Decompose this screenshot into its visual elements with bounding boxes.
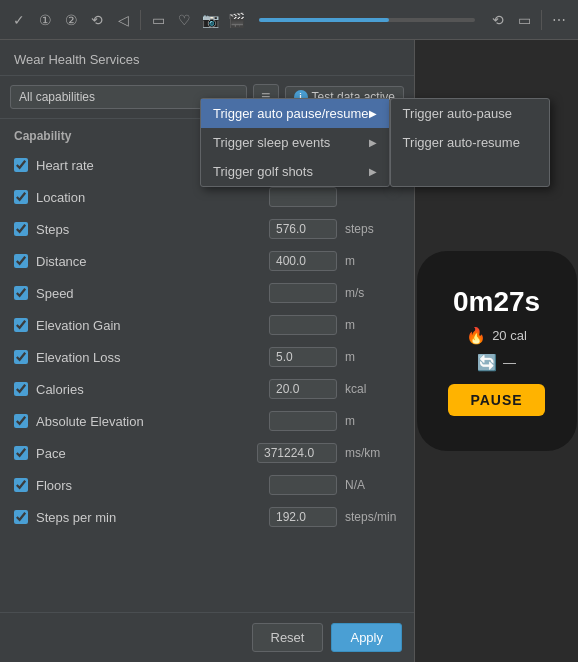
toolbar-icon-more[interactable]: ⋯ [548,9,570,31]
chevron-right-icon: ▶ [369,137,377,148]
pace-checkbox[interactable] [14,446,28,460]
dropdown-item-label: Trigger sleep events [213,135,330,150]
toolbar-icon-10[interactable]: ⟲ [487,9,509,31]
watch-face: 0m27s 🔥 20 cal 🔄 — PAUSE [417,251,577,451]
dropdown-item-trigger-sleep-events[interactable]: Trigger sleep events ▶ [201,128,389,157]
table-row: Calories kcal [0,373,414,405]
speed-unit: m/s [345,286,400,300]
dropdown-overlay: Trigger auto pause/resume ▶ Trigger slee… [200,98,550,187]
toolbar-icon-3[interactable]: ② [60,9,82,31]
toolbar-icon-9[interactable]: 🎬 [225,9,247,31]
elevation-gain-label: Elevation Gain [36,318,261,333]
location-input[interactable] [269,187,337,207]
table-row: Steps steps [0,213,414,245]
table-row: Distance m [0,245,414,277]
table-row: Speed m/s [0,277,414,309]
pace-label: Pace [36,446,249,461]
toolbar-icon-7[interactable]: ♡ [173,9,195,31]
distance-unit: m [345,254,400,268]
distance-input[interactable] [269,251,337,271]
table-row: Absolute Elevation m [0,405,414,437]
dropdown-submenu: Trigger auto-pause Trigger auto-resume [390,98,550,187]
toolbar-icon-8[interactable]: 📷 [199,9,221,31]
steps-unit: steps [345,222,400,236]
heart-rate-checkbox[interactable] [14,158,28,172]
toolbar-separator-2 [541,10,542,30]
steps-input[interactable] [269,219,337,239]
elevation-loss-checkbox[interactable] [14,350,28,364]
toolbar-icon-2[interactable]: ① [34,9,56,31]
panel-title: Wear Health Services [0,40,414,76]
abs-elevation-checkbox[interactable] [14,414,28,428]
submenu-item-trigger-auto-pause[interactable]: Trigger auto-pause [391,99,549,128]
submenu-item-trigger-auto-resume[interactable]: Trigger auto-resume [391,128,549,157]
toolbar-icon-4[interactable]: ⟲ [86,9,108,31]
elevation-loss-input[interactable] [269,347,337,367]
floors-unit: N/A [345,478,400,492]
pace-unit: ms/km [345,446,400,460]
loop-icon: 🔄 [477,353,497,372]
reset-button[interactable]: Reset [252,623,324,652]
bottom-buttons: Reset Apply [0,612,414,662]
steps-per-min-label: Steps per min [36,510,261,525]
dropdown-item-label: Trigger golf shots [213,164,313,179]
watch-pause-button[interactable]: PAUSE [448,384,544,416]
dropdown-item-label: Trigger auto pause/resume [213,106,369,121]
watch-calories: 🔥 20 cal [466,326,527,345]
elevation-gain-unit: m [345,318,400,332]
floors-checkbox[interactable] [14,478,28,492]
table-row: Pace ms/km [0,437,414,469]
table-row: Steps per min steps/min [0,501,414,533]
dropdown-menu: Trigger auto pause/resume ▶ Trigger slee… [200,98,390,187]
chevron-right-icon: ▶ [369,108,377,119]
abs-elevation-unit: m [345,414,400,428]
abs-elevation-label: Absolute Elevation [36,414,261,429]
flame-icon: 🔥 [466,326,486,345]
calories-checkbox[interactable] [14,382,28,396]
toolbar-separator-1 [140,10,141,30]
steps-checkbox[interactable] [14,222,28,236]
toolbar-progress-bar [259,18,475,22]
dropdown-item-trigger-golf-shots[interactable]: Trigger golf shots ▶ [201,157,389,186]
watch-time: 0m27s [453,286,540,318]
calories-unit: kcal [345,382,400,396]
steps-per-min-checkbox[interactable] [14,510,28,524]
calories-label: Calories [36,382,261,397]
speed-checkbox[interactable] [14,286,28,300]
toolbar-icon-1[interactable]: ✓ [8,9,30,31]
table-row: Floors N/A [0,469,414,501]
steps-label: Steps [36,222,261,237]
speed-label: Speed [36,286,261,301]
toolbar-icon-11[interactable]: ▭ [513,9,535,31]
toolbar-icon-5[interactable]: ◁ [112,9,134,31]
distance-checkbox[interactable] [14,254,28,268]
pace-input[interactable] [257,443,337,463]
table-row: Elevation Loss m [0,341,414,373]
toolbar: ✓ ① ② ⟲ ◁ ▭ ♡ 📷 🎬 ⟲ ▭ ⋯ [0,0,578,40]
calories-input[interactable] [269,379,337,399]
steps-per-min-unit: steps/min [345,510,400,524]
floors-input[interactable] [269,475,337,495]
elevation-loss-label: Elevation Loss [36,350,261,365]
distance-label: Distance [36,254,261,269]
table-row: Elevation Gain m [0,309,414,341]
watch-loop: 🔄 — [477,353,516,372]
steps-per-min-input[interactable] [269,507,337,527]
chevron-right-icon: ▶ [369,166,377,177]
elevation-loss-unit: m [345,350,400,364]
dropdown-item-trigger-auto-pause-resume[interactable]: Trigger auto pause/resume ▶ [201,99,389,128]
elevation-gain-input[interactable] [269,315,337,335]
location-label: Location [36,190,261,205]
capability-list: Capability Heart rate bpm Location Steps [0,119,414,612]
location-checkbox[interactable] [14,190,28,204]
floors-label: Floors [36,478,261,493]
elevation-gain-checkbox[interactable] [14,318,28,332]
toolbar-progress-fill [259,18,389,22]
speed-input[interactable] [269,283,337,303]
abs-elevation-input[interactable] [269,411,337,431]
toolbar-icon-6[interactable]: ▭ [147,9,169,31]
apply-button[interactable]: Apply [331,623,402,652]
